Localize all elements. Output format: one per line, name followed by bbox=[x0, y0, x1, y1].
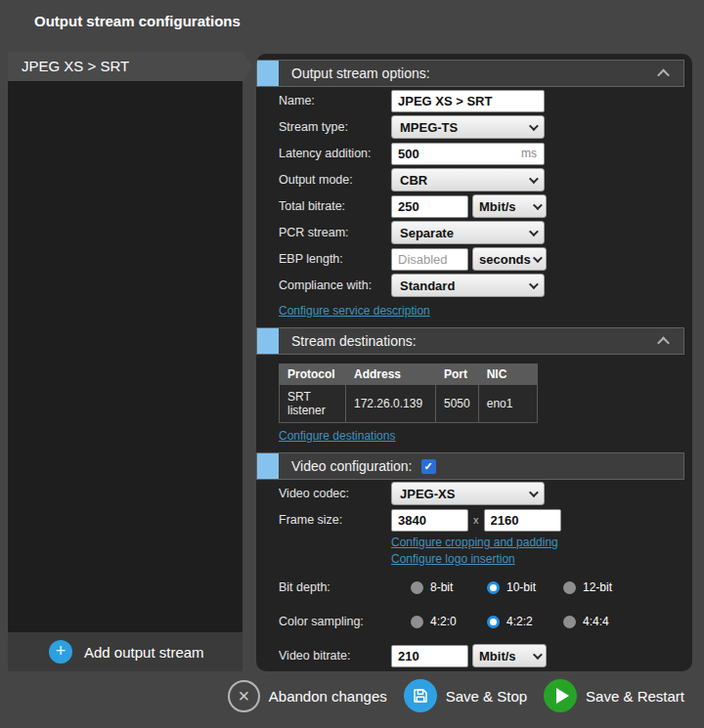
cell-nic: eno1 bbox=[478, 385, 537, 423]
section-accent-swatch bbox=[257, 61, 279, 86]
frame-height-input[interactable] bbox=[484, 509, 561, 532]
latency-label: Latency addition: bbox=[279, 147, 391, 160]
radio-label: 4:2:2 bbox=[506, 615, 533, 628]
video-bitrate-unit-value: Mbit/s bbox=[479, 649, 516, 664]
compliance-label: Compliance with: bbox=[279, 278, 391, 292]
save-icon bbox=[404, 679, 437, 712]
chevron-down-icon bbox=[529, 488, 539, 497]
radio-8bit[interactable]: 8-bit bbox=[411, 580, 487, 594]
configure-service-description-link[interactable]: Configure service description bbox=[279, 304, 430, 318]
chevron-down-icon bbox=[533, 253, 543, 263]
total-bitrate-input[interactable] bbox=[391, 195, 468, 218]
ebp-unit-value: seconds bbox=[479, 252, 531, 267]
abandon-changes-button[interactable]: × Abandon changes bbox=[228, 680, 387, 712]
save-restart-button[interactable]: Save & Restart bbox=[544, 679, 684, 712]
configure-destinations-link[interactable]: Configure destinations bbox=[279, 429, 395, 443]
save-stop-button[interactable]: Save & Stop bbox=[404, 679, 527, 712]
configure-logo-link[interactable]: Configure logo insertion bbox=[391, 552, 515, 566]
video-codec-row: Video codec: JPEG-XS bbox=[279, 481, 692, 506]
pcr-stream-value: Separate bbox=[400, 226, 454, 240]
configure-cropping-link[interactable]: Configure cropping and padding bbox=[391, 535, 558, 549]
stream-config-panel: Output stream options: Name: Stream type… bbox=[256, 54, 692, 671]
section-accent-swatch bbox=[257, 453, 279, 479]
chevron-down-icon bbox=[529, 174, 539, 184]
video-bitrate-unit-select[interactable]: Mbit/s bbox=[472, 644, 547, 667]
section-title: Output stream options: bbox=[291, 65, 430, 81]
ebp-unit-select[interactable]: seconds bbox=[472, 247, 547, 271]
radio-checked-icon[interactable] bbox=[487, 616, 500, 628]
abandon-changes-label: Abandon changes bbox=[269, 688, 387, 705]
cell-address: 172.26.0.139 bbox=[346, 385, 436, 423]
video-bitrate-row: Video bitrate: Mbit/s bbox=[279, 643, 692, 668]
video-config-checkbox[interactable]: ✓ bbox=[421, 459, 436, 474]
frame-size-separator: x bbox=[473, 514, 479, 526]
radio-12bit[interactable]: 12-bit bbox=[563, 580, 639, 594]
add-output-stream-button[interactable]: + Add output stream bbox=[8, 632, 242, 671]
stream-type-select[interactable]: MPEG-TS bbox=[391, 115, 545, 139]
color-sampling-label: Color sampling: bbox=[279, 615, 391, 628]
pcr-stream-row: PCR stream: Separate bbox=[279, 220, 692, 245]
radio-label: 10-bit bbox=[506, 580, 536, 594]
radio-10bit[interactable]: 10-bit bbox=[487, 580, 563, 594]
chevron-down-icon bbox=[529, 227, 539, 236]
name-label: Name: bbox=[279, 94, 391, 107]
bit-depth-label: Bit depth: bbox=[279, 580, 391, 594]
bit-depth-radio-group: 8-bit 10-bit 12-bit bbox=[391, 580, 639, 594]
total-bitrate-unit-select[interactable]: Mbit/s bbox=[472, 194, 547, 218]
output-mode-select[interactable]: CBR bbox=[391, 168, 545, 192]
video-codec-value: JPEG-XS bbox=[400, 487, 455, 501]
section-output-stream-options[interactable]: Output stream options: bbox=[256, 60, 684, 87]
checkmark-icon: ✓ bbox=[423, 460, 432, 473]
col-port: Port bbox=[436, 364, 479, 385]
play-icon bbox=[544, 679, 577, 712]
bit-depth-row: Bit depth: 8-bit 10-bit 12-bit bbox=[279, 575, 692, 600]
frame-width-input[interactable] bbox=[391, 509, 468, 532]
color-sampling-radio-group: 4:2:0 4:2:2 4:4:4 bbox=[391, 615, 639, 628]
stream-type-row: Stream type: MPEG-TS bbox=[279, 114, 692, 140]
frame-size-row: Frame size: x bbox=[279, 507, 692, 533]
radio-420[interactable]: 4:2:0 bbox=[411, 615, 487, 628]
total-bitrate-row: Total bitrate: Mbit/s bbox=[279, 193, 692, 219]
col-address: Address bbox=[346, 364, 436, 385]
output-mode-row: Output mode: CBR bbox=[279, 167, 692, 193]
radio-unchecked-icon[interactable] bbox=[563, 616, 576, 628]
col-nic: NIC bbox=[478, 364, 537, 385]
latency-input[interactable] bbox=[391, 143, 545, 165]
ebp-length-label: EBP length: bbox=[279, 252, 391, 266]
chevron-down-icon bbox=[533, 200, 543, 210]
video-bitrate-input[interactable] bbox=[391, 645, 468, 667]
chevron-down-icon bbox=[533, 650, 543, 660]
plus-icon: + bbox=[49, 640, 72, 664]
chevron-up-icon[interactable] bbox=[657, 336, 670, 349]
radio-unchecked-icon[interactable] bbox=[411, 581, 423, 594]
ebp-length-input[interactable] bbox=[391, 248, 468, 271]
table-row[interactable]: SRT listener 172.26.0.139 5050 eno1 bbox=[280, 385, 538, 423]
chevron-up-icon[interactable] bbox=[657, 68, 670, 81]
chevron-down-icon bbox=[529, 121, 539, 131]
section-title: Stream destinations: bbox=[291, 333, 417, 349]
frame-size-label: Frame size: bbox=[279, 513, 391, 527]
total-bitrate-unit-value: Mbit/s bbox=[479, 199, 516, 214]
name-row: Name: bbox=[279, 88, 692, 113]
section-accent-swatch bbox=[257, 328, 279, 354]
latency-row: Latency addition: ms bbox=[279, 141, 692, 166]
radio-unchecked-icon[interactable] bbox=[411, 616, 423, 628]
section-video-configuration[interactable]: Video configuration: ✓ bbox=[256, 452, 684, 480]
pcr-stream-select[interactable]: Separate bbox=[391, 221, 545, 244]
sidebar-item-jpeg-xs-srt[interactable]: JPEG XS > SRT bbox=[8, 52, 242, 81]
action-bar: × Abandon changes Save & Stop Save & Res… bbox=[228, 679, 684, 712]
cell-port: 5050 bbox=[436, 385, 479, 423]
radio-unchecked-icon[interactable] bbox=[563, 581, 576, 594]
col-protocol: Protocol bbox=[280, 364, 346, 385]
video-codec-select[interactable]: JPEG-XS bbox=[391, 482, 545, 505]
output-mode-label: Output mode: bbox=[279, 173, 391, 187]
section-title: Video configuration: bbox=[291, 458, 413, 474]
stream-type-label: Stream type: bbox=[279, 120, 391, 134]
section-stream-destinations[interactable]: Stream destinations: bbox=[256, 327, 684, 355]
radio-checked-icon[interactable] bbox=[487, 581, 500, 594]
radio-422[interactable]: 4:2:2 bbox=[487, 615, 563, 628]
video-codec-label: Video codec: bbox=[279, 487, 391, 500]
radio-444[interactable]: 4:4:4 bbox=[563, 615, 639, 628]
name-input[interactable] bbox=[391, 90, 545, 112]
compliance-select[interactable]: Standard bbox=[391, 274, 545, 297]
